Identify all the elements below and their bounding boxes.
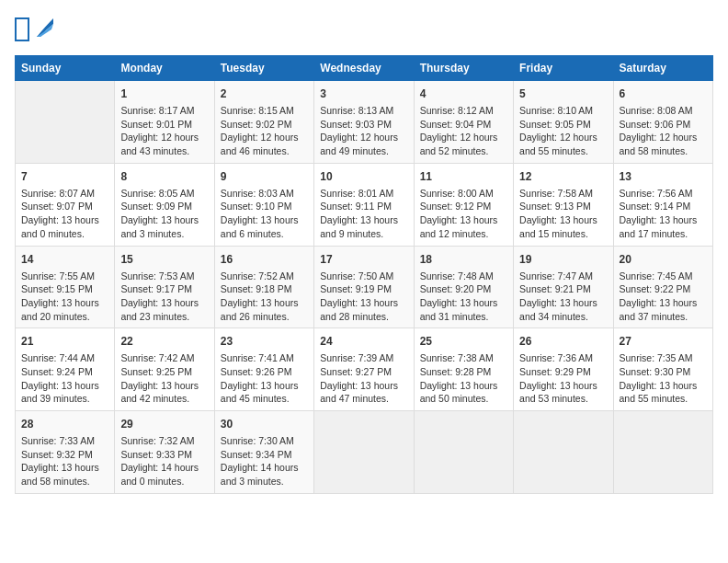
day-info: Sunrise: 8:13 AMSunset: 9:03 PMDaylight:…	[320, 104, 407, 158]
day-number: 7	[21, 168, 108, 185]
day-cell	[414, 411, 513, 494]
day-info: Sunrise: 7:36 AMSunset: 9:29 PMDaylight:…	[519, 351, 607, 406]
calendar-table: SundayMondayTuesdayWednesdayThursdayFrid…	[15, 55, 713, 494]
day-cell: 9Sunrise: 8:03 AMSunset: 9:10 PMDaylight…	[214, 163, 313, 246]
logo-wing	[33, 15, 55, 44]
day-number: 14	[21, 251, 108, 268]
day-cell: 14Sunrise: 7:55 AMSunset: 9:15 PMDayligh…	[16, 246, 115, 328]
day-cell: 15Sunrise: 7:53 AMSunset: 9:17 PMDayligh…	[115, 246, 214, 328]
day-cell: 25Sunrise: 7:38 AMSunset: 9:28 PMDayligh…	[414, 328, 513, 411]
day-number: 25	[420, 333, 507, 350]
day-cell: 6Sunrise: 8:08 AMSunset: 9:06 PMDaylight…	[613, 81, 712, 164]
day-info: Sunrise: 8:15 AMSunset: 9:02 PMDaylight:…	[221, 104, 308, 158]
day-info: Sunrise: 7:48 AMSunset: 9:20 PMDaylight:…	[420, 270, 507, 324]
day-number: 26	[519, 333, 607, 350]
day-number: 3	[320, 86, 407, 102]
day-info: Sunrise: 7:58 AMSunset: 9:13 PMDaylight:…	[519, 187, 607, 241]
day-info: Sunrise: 8:08 AMSunset: 9:06 PMDaylight:…	[620, 104, 707, 158]
day-number: 29	[120, 416, 208, 432]
day-cell	[16, 81, 115, 164]
day-number: 23	[221, 333, 308, 350]
day-info: Sunrise: 7:53 AMSunset: 9:17 PMDaylight:…	[120, 270, 208, 324]
day-number: 28	[21, 416, 108, 432]
day-cell: 29Sunrise: 7:32 AMSunset: 9:33 PMDayligh…	[115, 411, 214, 494]
day-info: Sunrise: 8:12 AMSunset: 9:04 PMDaylight:…	[420, 104, 507, 158]
day-info: Sunrise: 7:56 AMSunset: 9:14 PMDaylight:…	[620, 187, 707, 241]
day-cell: 10Sunrise: 8:01 AMSunset: 9:11 PMDayligh…	[314, 163, 414, 246]
header-row: SundayMondayTuesdayWednesdayThursdayFrid…	[16, 56, 713, 81]
day-cell: 19Sunrise: 7:47 AMSunset: 9:21 PMDayligh…	[514, 246, 613, 328]
day-cell: 3Sunrise: 8:13 AMSunset: 9:03 PMDaylight…	[314, 81, 414, 164]
day-info: Sunrise: 8:05 AMSunset: 9:09 PMDaylight:…	[120, 187, 208, 241]
day-info: Sunrise: 7:35 AMSunset: 9:30 PMDaylight:…	[620, 351, 707, 406]
week-row-1: 1Sunrise: 8:17 AMSunset: 9:01 PMDaylight…	[16, 81, 713, 164]
day-number: 4	[420, 86, 507, 102]
day-cell: 23Sunrise: 7:41 AMSunset: 9:26 PMDayligh…	[214, 328, 313, 411]
day-number: 24	[320, 333, 407, 350]
day-info: Sunrise: 8:07 AMSunset: 9:07 PMDaylight:…	[21, 187, 108, 241]
day-info: Sunrise: 7:32 AMSunset: 9:33 PMDaylight:…	[120, 434, 208, 488]
header-wednesday: Wednesday	[314, 56, 414, 81]
day-cell: 12Sunrise: 7:58 AMSunset: 9:13 PMDayligh…	[514, 163, 613, 246]
day-cell: 27Sunrise: 7:35 AMSunset: 9:30 PMDayligh…	[613, 328, 712, 411]
day-info: Sunrise: 8:10 AMSunset: 9:05 PMDaylight:…	[519, 104, 607, 158]
day-number: 15	[120, 251, 208, 268]
day-info: Sunrise: 7:39 AMSunset: 9:27 PMDaylight:…	[320, 351, 407, 406]
day-cell: 30Sunrise: 7:30 AMSunset: 9:34 PMDayligh…	[214, 411, 313, 494]
day-number: 27	[620, 333, 707, 350]
header-sunday: Sunday	[16, 56, 115, 81]
day-number: 10	[320, 168, 407, 185]
day-cell: 28Sunrise: 7:33 AMSunset: 9:32 PMDayligh…	[16, 411, 115, 494]
day-cell: 16Sunrise: 7:52 AMSunset: 9:18 PMDayligh…	[214, 246, 313, 328]
day-info: Sunrise: 7:30 AMSunset: 9:34 PMDaylight:…	[221, 434, 308, 488]
day-number: 6	[620, 86, 707, 102]
day-cell: 18Sunrise: 7:48 AMSunset: 9:20 PMDayligh…	[414, 246, 513, 328]
day-cell: 13Sunrise: 7:56 AMSunset: 9:14 PMDayligh…	[613, 163, 712, 246]
day-info: Sunrise: 7:33 AMSunset: 9:32 PMDaylight:…	[21, 434, 108, 488]
day-info: Sunrise: 8:17 AMSunset: 9:01 PMDaylight:…	[120, 104, 208, 158]
header-tuesday: Tuesday	[214, 56, 313, 81]
day-cell	[514, 411, 613, 494]
day-cell: 21Sunrise: 7:44 AMSunset: 9:24 PMDayligh…	[16, 328, 115, 411]
day-number: 22	[120, 333, 208, 350]
day-cell	[314, 411, 414, 494]
day-number: 12	[519, 168, 607, 185]
day-number: 8	[120, 168, 208, 185]
day-cell: 2Sunrise: 8:15 AMSunset: 9:02 PMDaylight…	[214, 81, 313, 164]
week-row-2: 7Sunrise: 8:07 AMSunset: 9:07 PMDaylight…	[16, 163, 713, 246]
day-cell: 20Sunrise: 7:45 AMSunset: 9:22 PMDayligh…	[613, 246, 712, 328]
day-info: Sunrise: 7:45 AMSunset: 9:22 PMDaylight:…	[620, 270, 707, 324]
day-number: 17	[320, 251, 407, 268]
day-info: Sunrise: 7:55 AMSunset: 9:15 PMDaylight:…	[21, 270, 108, 324]
day-number: 13	[620, 168, 707, 185]
day-number: 19	[519, 251, 607, 268]
day-number: 18	[420, 251, 507, 268]
header-saturday: Saturday	[613, 56, 712, 81]
page-header	[15, 15, 713, 44]
day-cell: 4Sunrise: 8:12 AMSunset: 9:04 PMDaylight…	[414, 81, 513, 164]
day-info: Sunrise: 8:03 AMSunset: 9:10 PMDaylight:…	[221, 187, 308, 241]
day-number: 11	[420, 168, 507, 185]
week-row-5: 28Sunrise: 7:33 AMSunset: 9:32 PMDayligh…	[16, 411, 713, 494]
day-info: Sunrise: 7:50 AMSunset: 9:19 PMDaylight:…	[320, 270, 407, 324]
week-row-3: 14Sunrise: 7:55 AMSunset: 9:15 PMDayligh…	[16, 246, 713, 328]
day-info: Sunrise: 8:00 AMSunset: 9:12 PMDaylight:…	[420, 187, 507, 241]
day-info: Sunrise: 7:47 AMSunset: 9:21 PMDaylight:…	[519, 270, 607, 324]
day-number: 20	[620, 251, 707, 268]
day-cell: 5Sunrise: 8:10 AMSunset: 9:05 PMDaylight…	[514, 81, 613, 164]
day-number: 9	[221, 168, 308, 185]
day-info: Sunrise: 7:38 AMSunset: 9:28 PMDaylight:…	[420, 351, 507, 406]
day-cell: 22Sunrise: 7:42 AMSunset: 9:25 PMDayligh…	[115, 328, 214, 411]
day-cell: 11Sunrise: 8:00 AMSunset: 9:12 PMDayligh…	[414, 163, 513, 246]
header-friday: Friday	[514, 56, 613, 81]
day-cell: 17Sunrise: 7:50 AMSunset: 9:19 PMDayligh…	[314, 246, 414, 328]
day-number: 5	[519, 86, 607, 102]
day-number: 1	[120, 86, 208, 102]
day-info: Sunrise: 7:41 AMSunset: 9:26 PMDaylight:…	[221, 351, 308, 406]
day-number: 16	[221, 251, 308, 268]
day-cell: 26Sunrise: 7:36 AMSunset: 9:29 PMDayligh…	[514, 328, 613, 411]
day-info: Sunrise: 7:42 AMSunset: 9:25 PMDaylight:…	[120, 351, 208, 406]
header-thursday: Thursday	[414, 56, 513, 81]
day-number: 2	[221, 86, 308, 102]
day-info: Sunrise: 7:52 AMSunset: 9:18 PMDaylight:…	[221, 270, 308, 324]
